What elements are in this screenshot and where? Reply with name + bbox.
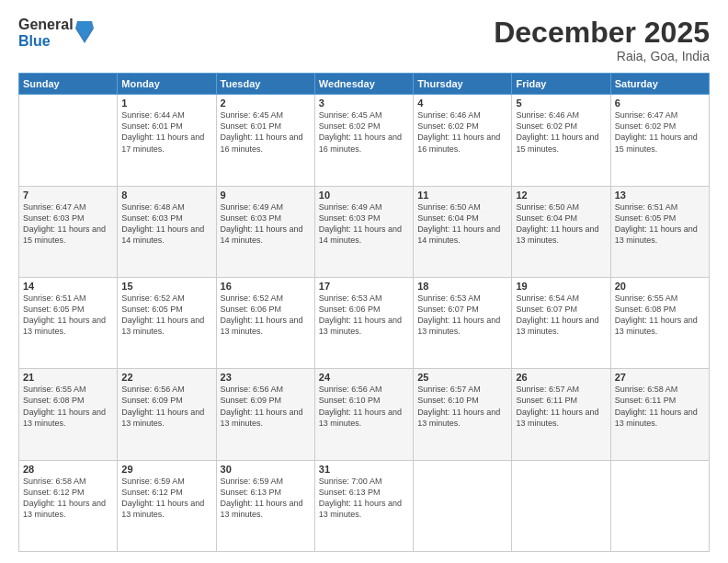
- table-row: 29 Sunrise: 6:59 AMSunset: 6:12 PMDaylig…: [118, 460, 216, 551]
- day-info: Sunrise: 7:00 AMSunset: 6:13 PMDaylight:…: [319, 477, 402, 519]
- month-title: December 2025: [494, 17, 710, 49]
- day-number: 3: [319, 98, 409, 109]
- svg-marker-1: [77, 21, 92, 40]
- page: General Blue December 2025 Raia, Goa, In…: [0, 0, 728, 563]
- day-number: 20: [615, 281, 705, 292]
- table-row: 8 Sunrise: 6:48 AMSunset: 6:03 PMDayligh…: [118, 186, 216, 277]
- table-row: 28 Sunrise: 6:58 AMSunset: 6:12 PMDaylig…: [19, 460, 118, 551]
- day-info: Sunrise: 6:49 AMSunset: 6:03 PMDaylight:…: [319, 202, 402, 245]
- table-row: 22 Sunrise: 6:56 AMSunset: 6:09 PMDaylig…: [118, 369, 216, 460]
- table-row: 1 Sunrise: 6:44 AMSunset: 6:01 PMDayligh…: [118, 95, 216, 186]
- calendar-table: Sunday Monday Tuesday Wednesday Thursday…: [18, 73, 710, 552]
- header: General Blue December 2025 Raia, Goa, In…: [18, 17, 710, 63]
- col-sunday: Sunday: [19, 74, 118, 95]
- day-number: 5: [516, 98, 606, 109]
- day-info: Sunrise: 6:57 AMSunset: 6:11 PMDaylight:…: [516, 385, 598, 427]
- table-row: [610, 460, 709, 551]
- day-info: Sunrise: 6:47 AMSunset: 6:02 PMDaylight:…: [615, 110, 698, 153]
- day-number: 15: [121, 281, 211, 292]
- table-row: 25 Sunrise: 6:57 AMSunset: 6:10 PMDaylig…: [414, 369, 512, 460]
- day-info: Sunrise: 6:52 AMSunset: 6:05 PMDaylight:…: [121, 293, 204, 336]
- table-row: 5 Sunrise: 6:46 AMSunset: 6:02 PMDayligh…: [512, 95, 610, 186]
- day-number: 16: [221, 281, 311, 292]
- day-number: 21: [23, 372, 113, 383]
- day-info: Sunrise: 6:56 AMSunset: 6:09 PMDaylight:…: [221, 385, 303, 427]
- calendar-week-row: 28 Sunrise: 6:58 AMSunset: 6:12 PMDaylig…: [19, 460, 710, 551]
- day-number: 9: [221, 190, 311, 201]
- table-row: [414, 460, 512, 551]
- table-row: 13 Sunrise: 6:51 AMSunset: 6:05 PMDaylig…: [610, 186, 709, 277]
- calendar-week-row: 7 Sunrise: 6:47 AMSunset: 6:03 PMDayligh…: [19, 186, 710, 277]
- table-row: 20 Sunrise: 6:55 AMSunset: 6:08 PMDaylig…: [610, 277, 709, 368]
- table-row: 11 Sunrise: 6:50 AMSunset: 6:04 PMDaylig…: [414, 186, 512, 277]
- day-info: Sunrise: 6:45 AMSunset: 6:01 PMDaylight:…: [221, 110, 303, 153]
- day-info: Sunrise: 6:44 AMSunset: 6:01 PMDaylight:…: [121, 110, 204, 153]
- day-number: 14: [23, 281, 113, 292]
- day-number: 22: [121, 372, 211, 383]
- day-number: 6: [615, 98, 705, 109]
- table-row: 4 Sunrise: 6:46 AMSunset: 6:02 PMDayligh…: [414, 95, 512, 186]
- calendar-week-row: 21 Sunrise: 6:55 AMSunset: 6:08 PMDaylig…: [19, 369, 710, 460]
- table-row: 23 Sunrise: 6:56 AMSunset: 6:09 PMDaylig…: [216, 369, 314, 460]
- table-row: 17 Sunrise: 6:53 AMSunset: 6:06 PMDaylig…: [314, 277, 413, 368]
- col-friday: Friday: [512, 74, 610, 95]
- day-info: Sunrise: 6:53 AMSunset: 6:07 PMDaylight:…: [417, 293, 500, 336]
- day-number: 1: [121, 98, 211, 109]
- day-number: 19: [516, 281, 606, 292]
- table-row: 3 Sunrise: 6:45 AMSunset: 6:02 PMDayligh…: [314, 95, 413, 186]
- day-info: Sunrise: 6:48 AMSunset: 6:03 PMDaylight:…: [121, 202, 204, 245]
- table-row: 14 Sunrise: 6:51 AMSunset: 6:05 PMDaylig…: [19, 277, 118, 368]
- day-info: Sunrise: 6:56 AMSunset: 6:09 PMDaylight:…: [121, 385, 204, 427]
- day-number: 28: [23, 464, 113, 475]
- calendar-header-row: Sunday Monday Tuesday Wednesday Thursday…: [19, 74, 710, 95]
- table-row: 16 Sunrise: 6:52 AMSunset: 6:06 PMDaylig…: [216, 277, 314, 368]
- day-number: 2: [221, 98, 311, 109]
- day-number: 10: [319, 190, 409, 201]
- day-info: Sunrise: 6:51 AMSunset: 6:05 PMDaylight:…: [615, 202, 698, 245]
- day-info: Sunrise: 6:59 AMSunset: 6:13 PMDaylight:…: [221, 477, 303, 519]
- col-thursday: Thursday: [414, 74, 512, 95]
- table-row: 31 Sunrise: 7:00 AMSunset: 6:13 PMDaylig…: [314, 460, 413, 551]
- col-tuesday: Tuesday: [216, 74, 314, 95]
- day-info: Sunrise: 6:50 AMSunset: 6:04 PMDaylight:…: [417, 202, 500, 245]
- day-info: Sunrise: 6:55 AMSunset: 6:08 PMDaylight:…: [615, 293, 698, 336]
- day-info: Sunrise: 6:45 AMSunset: 6:02 PMDaylight:…: [319, 110, 402, 153]
- day-info: Sunrise: 6:54 AMSunset: 6:07 PMDaylight:…: [516, 293, 598, 336]
- day-info: Sunrise: 6:58 AMSunset: 6:11 PMDaylight:…: [615, 385, 698, 427]
- day-info: Sunrise: 6:58 AMSunset: 6:12 PMDaylight:…: [23, 477, 106, 519]
- location: Raia, Goa, India: [494, 49, 710, 63]
- day-number: 8: [121, 190, 211, 201]
- day-number: 29: [121, 464, 211, 475]
- logo: General Blue: [18, 17, 94, 49]
- day-info: Sunrise: 6:50 AMSunset: 6:04 PMDaylight:…: [516, 202, 598, 245]
- day-number: 13: [615, 190, 705, 201]
- calendar-week-row: 1 Sunrise: 6:44 AMSunset: 6:01 PMDayligh…: [19, 95, 710, 186]
- table-row: 10 Sunrise: 6:49 AMSunset: 6:03 PMDaylig…: [314, 186, 413, 277]
- title-section: December 2025 Raia, Goa, India: [494, 17, 710, 63]
- table-row: 24 Sunrise: 6:56 AMSunset: 6:10 PMDaylig…: [314, 369, 413, 460]
- day-number: 24: [319, 372, 409, 383]
- table-row: 6 Sunrise: 6:47 AMSunset: 6:02 PMDayligh…: [610, 95, 709, 186]
- day-info: Sunrise: 6:52 AMSunset: 6:06 PMDaylight:…: [221, 293, 303, 336]
- day-number: 7: [23, 190, 113, 201]
- table-row: 9 Sunrise: 6:49 AMSunset: 6:03 PMDayligh…: [216, 186, 314, 277]
- table-row: 7 Sunrise: 6:47 AMSunset: 6:03 PMDayligh…: [19, 186, 118, 277]
- col-wednesday: Wednesday: [314, 74, 413, 95]
- day-number: 27: [615, 372, 705, 383]
- table-row: 15 Sunrise: 6:52 AMSunset: 6:05 PMDaylig…: [118, 277, 216, 368]
- day-number: 26: [516, 372, 606, 383]
- day-number: 30: [221, 464, 311, 475]
- logo-blue: Blue: [18, 33, 74, 50]
- day-number: 31: [319, 464, 409, 475]
- day-number: 12: [516, 190, 606, 201]
- table-row: 30 Sunrise: 6:59 AMSunset: 6:13 PMDaylig…: [216, 460, 314, 551]
- day-number: 11: [417, 190, 507, 201]
- table-row: 21 Sunrise: 6:55 AMSunset: 6:08 PMDaylig…: [19, 369, 118, 460]
- table-row: 26 Sunrise: 6:57 AMSunset: 6:11 PMDaylig…: [512, 369, 610, 460]
- day-info: Sunrise: 6:51 AMSunset: 6:05 PMDaylight:…: [23, 293, 106, 336]
- col-saturday: Saturday: [610, 74, 709, 95]
- day-number: 23: [221, 372, 311, 383]
- day-info: Sunrise: 6:53 AMSunset: 6:06 PMDaylight:…: [319, 293, 402, 336]
- table-row: 27 Sunrise: 6:58 AMSunset: 6:11 PMDaylig…: [610, 369, 709, 460]
- table-row: 18 Sunrise: 6:53 AMSunset: 6:07 PMDaylig…: [414, 277, 512, 368]
